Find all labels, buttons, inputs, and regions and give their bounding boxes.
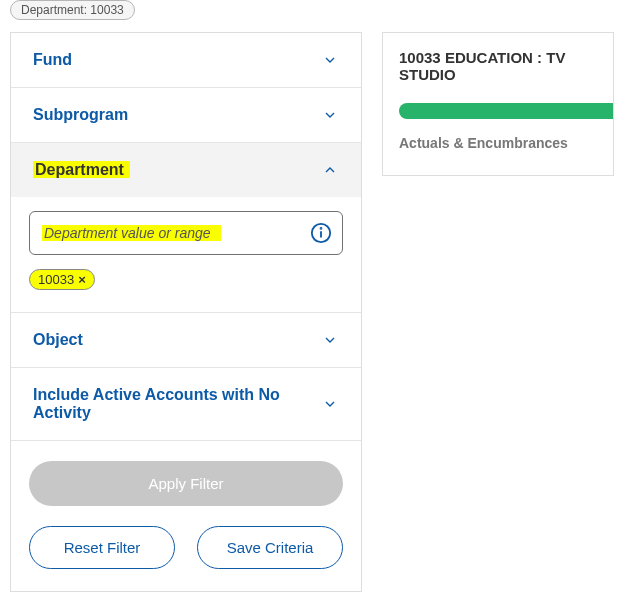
chevron-down-icon [321, 395, 339, 413]
accordion-header-subprogram[interactable]: Subprogram [11, 88, 361, 142]
accordion-object: Object [11, 313, 361, 368]
accordion-header-fund[interactable]: Fund [11, 33, 361, 87]
chip-remove-icon[interactable]: × [78, 272, 86, 287]
accordion-fund: Fund [11, 33, 361, 88]
fund-label: Fund [33, 51, 72, 69]
include-active-label: Include Active Accounts with No Activity [33, 386, 293, 422]
accordion-department: Department Department value or range 100… [11, 143, 361, 313]
accordion-header-object[interactable]: Object [11, 313, 361, 367]
reset-filter-button[interactable]: Reset Filter [29, 526, 175, 569]
filter-buttons: Apply Filter Reset Filter Save Criteria [11, 441, 361, 591]
chip-value: 10033 [38, 272, 74, 287]
apply-filter-button[interactable]: Apply Filter [29, 461, 343, 506]
progress-bar [399, 103, 613, 119]
chevron-down-icon [321, 51, 339, 69]
active-filter-tag[interactable]: Department: 10033 [10, 0, 135, 20]
detail-subtitle: Actuals & Encumbrances [399, 135, 613, 151]
chevron-up-icon [321, 161, 339, 179]
accordion-header-include-active[interactable]: Include Active Accounts with No Activity [11, 368, 361, 440]
object-label: Object [33, 331, 83, 349]
accordion-header-department[interactable]: Department [11, 143, 361, 197]
department-body: Department value or range 10033 × [11, 197, 361, 312]
chevron-down-icon [321, 106, 339, 124]
svg-point-2 [321, 228, 322, 229]
info-icon[interactable] [310, 222, 332, 244]
department-filter-chip[interactable]: 10033 × [29, 269, 95, 290]
department-label: Department [33, 161, 130, 179]
accordion-include-active: Include Active Accounts with No Activity [11, 368, 361, 441]
detail-title: 10033 EDUCATION : TV STUDIO [399, 49, 613, 83]
subprogram-label: Subprogram [33, 106, 128, 124]
chevron-down-icon [321, 331, 339, 349]
filter-panel: Fund Subprogram Department [10, 32, 362, 592]
accordion-subprogram: Subprogram [11, 88, 361, 143]
detail-panel: 10033 EDUCATION : TV STUDIO Actuals & En… [382, 32, 614, 176]
save-criteria-button[interactable]: Save Criteria [197, 526, 343, 569]
department-input-wrap: Department value or range [29, 211, 343, 255]
